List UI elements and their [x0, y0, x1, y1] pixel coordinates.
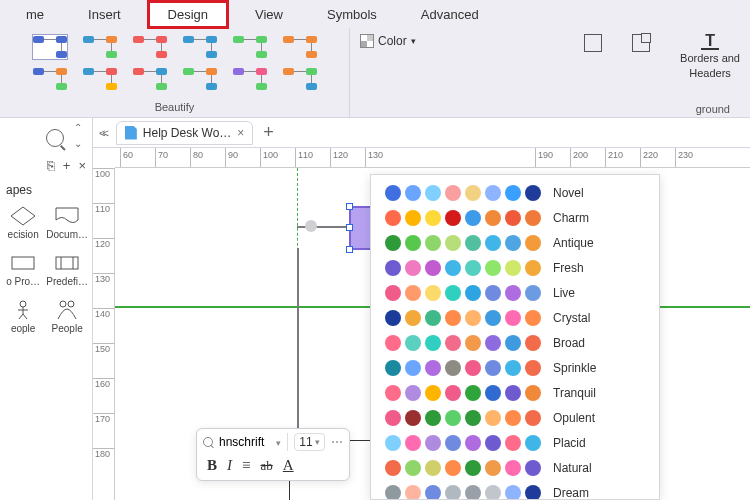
shape-predefi[interactable]: Predefi…: [46, 248, 88, 291]
color-swatch[interactable]: [405, 310, 421, 326]
palette-novel[interactable]: Novel: [385, 185, 649, 201]
color-swatch[interactable]: [405, 360, 421, 376]
color-swatch[interactable]: [385, 260, 401, 276]
color-swatch[interactable]: [525, 310, 541, 326]
color-swatch[interactable]: [525, 285, 541, 301]
color-swatch[interactable]: [505, 385, 521, 401]
page-setup-button-2[interactable]: [632, 34, 650, 52]
shape-people[interactable]: People: [46, 295, 88, 338]
color-swatch[interactable]: [425, 185, 441, 201]
color-swatch[interactable]: [405, 235, 421, 251]
color-swatch[interactable]: [425, 485, 441, 499]
palette-sprinkle[interactable]: Sprinkle: [385, 360, 649, 376]
menu-advanced[interactable]: Advanced: [403, 3, 497, 26]
borders-headers-button[interactable]: T Borders and Headers: [680, 34, 740, 80]
color-swatch[interactable]: [425, 335, 441, 351]
color-swatch[interactable]: [385, 310, 401, 326]
scroll-up-icon[interactable]: ⌃: [70, 122, 86, 138]
scheme-thumbnail[interactable]: [82, 66, 118, 92]
shape-ecision[interactable]: ecision: [4, 201, 42, 244]
color-swatch[interactable]: [445, 360, 461, 376]
color-swatch[interactable]: [505, 235, 521, 251]
color-swatch[interactable]: [485, 335, 501, 351]
menu-view[interactable]: View: [237, 3, 301, 26]
menu-symbols[interactable]: Symbols: [309, 3, 395, 26]
color-swatch[interactable]: [465, 235, 481, 251]
color-swatch[interactable]: [385, 335, 401, 351]
color-swatch[interactable]: [425, 210, 441, 226]
page-setup-button[interactable]: [584, 34, 602, 52]
color-swatch[interactable]: [485, 385, 501, 401]
scheme-thumbnail[interactable]: [32, 34, 68, 60]
palette-antique[interactable]: Antique: [385, 235, 649, 251]
font-picker[interactable]: ▾: [203, 435, 281, 449]
color-swatch[interactable]: [485, 210, 501, 226]
color-swatch[interactable]: [485, 410, 501, 426]
color-swatch[interactable]: [465, 260, 481, 276]
color-swatch[interactable]: [525, 460, 541, 476]
shape-opro[interactable]: o Pro…: [4, 248, 42, 291]
color-swatch[interactable]: [405, 260, 421, 276]
color-swatch[interactable]: [485, 235, 501, 251]
color-swatch[interactable]: [445, 185, 461, 201]
color-swatch[interactable]: [465, 485, 481, 499]
color-swatch[interactable]: [385, 235, 401, 251]
color-swatch[interactable]: [445, 385, 461, 401]
color-swatch[interactable]: [445, 260, 461, 276]
palette-opulent[interactable]: Opulent: [385, 410, 649, 426]
scheme-thumbnail[interactable]: [132, 34, 168, 60]
color-swatch[interactable]: [485, 310, 501, 326]
menu-me[interactable]: me: [8, 3, 62, 26]
menu-design[interactable]: Design: [147, 0, 229, 29]
color-swatch[interactable]: [425, 410, 441, 426]
color-swatch[interactable]: [445, 310, 461, 326]
scheme-thumbnail[interactable]: [132, 66, 168, 92]
scheme-thumbnail[interactable]: [282, 34, 318, 60]
color-swatch[interactable]: [485, 185, 501, 201]
color-swatch[interactable]: [425, 260, 441, 276]
align-button[interactable]: ≡: [242, 457, 250, 474]
color-swatch[interactable]: [425, 435, 441, 451]
palette-dream[interactable]: Dream: [385, 485, 649, 499]
color-swatch[interactable]: [425, 285, 441, 301]
color-swatch[interactable]: [385, 360, 401, 376]
color-swatch[interactable]: [405, 485, 421, 499]
color-swatch[interactable]: [445, 285, 461, 301]
color-swatch[interactable]: [465, 385, 481, 401]
color-swatch[interactable]: [405, 435, 421, 451]
shape-docum[interactable]: Docum…: [46, 201, 88, 244]
color-swatch[interactable]: [485, 360, 501, 376]
color-swatch[interactable]: [465, 360, 481, 376]
color-swatch[interactable]: [525, 360, 541, 376]
color-swatch[interactable]: [385, 185, 401, 201]
color-swatch[interactable]: [465, 285, 481, 301]
color-swatch[interactable]: [505, 185, 521, 201]
doc-tab[interactable]: Help Desk Wo… ×: [116, 121, 254, 145]
bold-button[interactable]: B: [207, 457, 217, 474]
scheme-thumbnail[interactable]: [282, 66, 318, 92]
color-swatch[interactable]: [425, 460, 441, 476]
palette-live[interactable]: Live: [385, 285, 649, 301]
color-swatch[interactable]: [505, 360, 521, 376]
color-swatch[interactable]: [465, 185, 481, 201]
color-swatch[interactable]: [445, 235, 461, 251]
color-swatch[interactable]: [505, 410, 521, 426]
more-icon[interactable]: ⋯: [331, 435, 343, 449]
color-swatch[interactable]: [465, 335, 481, 351]
color-swatch[interactable]: [405, 285, 421, 301]
color-swatch[interactable]: [525, 185, 541, 201]
color-swatch[interactable]: [425, 360, 441, 376]
scroll-down-icon[interactable]: ⌄: [70, 138, 86, 154]
font-size-picker[interactable]: 11 ▾: [294, 433, 324, 451]
color-swatch[interactable]: [505, 485, 521, 499]
collapse-panel-icon[interactable]: <<: [99, 127, 112, 139]
color-swatch[interactable]: [465, 460, 481, 476]
palette-tranquil[interactable]: Tranquil: [385, 385, 649, 401]
search-icon[interactable]: [46, 129, 64, 147]
color-swatch[interactable]: [385, 485, 401, 499]
color-swatch[interactable]: [525, 485, 541, 499]
color-swatch[interactable]: [485, 285, 501, 301]
color-swatch[interactable]: [405, 335, 421, 351]
palette-crystal[interactable]: Crystal: [385, 310, 649, 326]
color-swatch[interactable]: [445, 410, 461, 426]
